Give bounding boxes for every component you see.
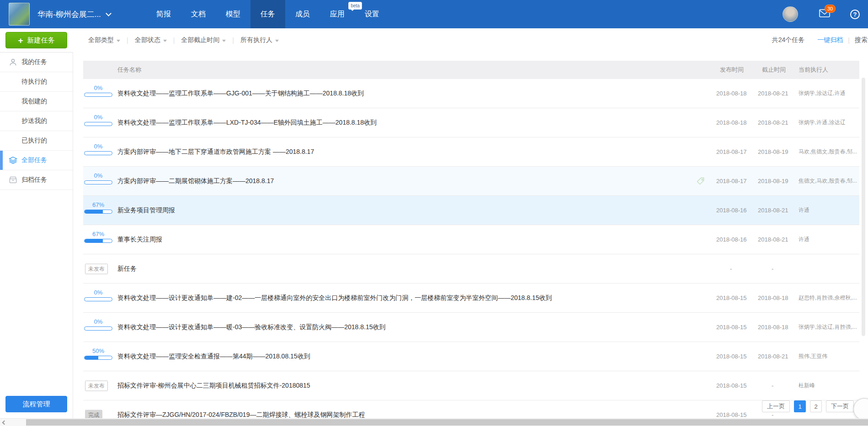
toolbar: + 新建任务 全部类型|全部状态|全部截止时间|所有执行人 共24个任务 一键归… [0, 28, 868, 52]
task-name[interactable]: 方案内部评审——二期展馆砌体施工方案——2018.8.17 [117, 167, 274, 195]
task-row[interactable]: 0%资料收文处理——设计更改通知单——建-02——一层楼梯通向室外的安全出口为楼… [83, 284, 859, 313]
filter-label: 全部状态 [135, 36, 160, 44]
task-status-cell: 0% [84, 79, 112, 108]
task-status-cell: 0% [84, 108, 112, 137]
task-name[interactable]: 新任务 [117, 254, 137, 283]
nav-item-简报[interactable]: 简报 [146, 0, 181, 28]
filter-label: 全部截止时间 [181, 36, 219, 44]
filter-dropdown-全部状态[interactable]: 全部状态 [135, 36, 167, 44]
progress-percent: 0% [84, 172, 112, 179]
task-row[interactable]: 0%方案内部评审——地下二层下穿通道市政管网施工方案 ——2018.8.1720… [83, 137, 859, 167]
publish-time: 2018-08-16 [716, 225, 755, 254]
task-row[interactable]: 未发布新任务-- [83, 254, 859, 284]
process-management-button[interactable]: 流程管理 [5, 396, 67, 412]
project-title[interactable]: 华南-柳州会展二... [37, 9, 101, 20]
sidebar-item-已执行的[interactable]: 已执行的 [0, 131, 73, 151]
sidebar-item-待执行的[interactable]: 待执行的 [0, 72, 73, 92]
tag-icon [696, 177, 705, 188]
current-executor: 熊伟,王亚伟 [799, 342, 858, 371]
filter-dropdown-全部截止时间[interactable]: 全部截止时间 [181, 36, 226, 44]
deadline-time: 2018-08-21 [758, 108, 797, 137]
progress-bar [84, 122, 112, 126]
sidebar-item-label: 已执行的 [21, 137, 47, 145]
task-row[interactable]: 67%新业务项目管理周报2018-08-162018-08-21许通 [83, 196, 859, 225]
top-navigation-bar: 华南-柳州会展二... 简报文档模型任务成员应用beta设置 30 ? [0, 0, 868, 28]
help-button[interactable]: ? [850, 10, 860, 19]
task-row[interactable]: 50%资料收文处理——监理安全检查通报——第44期——2018.08.15收到2… [83, 342, 859, 371]
table-body: 0%资料收文处理——监理工作联系单——GJG-001——关于钢结构施工——201… [83, 79, 859, 426]
horizontal-scrollbar-thumb[interactable] [26, 419, 868, 426]
task-name[interactable]: 资料收文处理——设计更改通知单——建-02——一层楼梯通向室外的安全出口为楼梯前… [117, 284, 552, 312]
header-task-name: 任务名称 [117, 66, 141, 74]
scroll-left-arrow-icon[interactable] [2, 421, 7, 425]
avatar[interactable] [783, 6, 798, 22]
task-status-cell: 0% [84, 137, 112, 166]
table-header: 任务名称 发布时间 截止时间 当前执行人 [83, 61, 859, 79]
plus-icon: + [18, 36, 23, 45]
task-name[interactable]: 资料收文处理——监理工作联系单——LXD-TJ-034——E轴外回填土施工——2… [117, 108, 377, 137]
task-row[interactable]: 67%董事长关注周报2018-08-162018-08-21许通 [83, 225, 859, 254]
messages-button[interactable]: 30 [819, 9, 830, 19]
prev-page-button[interactable]: 上一页 [762, 400, 790, 412]
nav-item-模型[interactable]: 模型 [216, 0, 250, 28]
archive-all-link[interactable]: 一键归档 [817, 36, 843, 44]
task-name[interactable]: 方案内部评审——地下二层下穿通道市政管网施工方案 ——2018.8.17 [117, 137, 314, 166]
nav-item-任务[interactable]: 任务 [250, 0, 285, 28]
nav-item-文档[interactable]: 文档 [181, 0, 216, 28]
sidebar: 我的任务待执行的我创建的抄送我的已执行的全部任务归档任务 流程管理 [0, 28, 73, 426]
progress-bar [84, 93, 112, 97]
horizontal-scrollbar[interactable] [0, 418, 868, 426]
progress-bar-fill [85, 239, 103, 242]
current-executor: 焦德文,马欢,殷贵春,邹... [799, 167, 858, 195]
progress-bar [84, 151, 112, 155]
current-executor: 张炳学,许通,涂达辽 [799, 108, 858, 137]
search-link[interactable]: 搜索 [855, 36, 868, 44]
new-task-button[interactable]: + 新建任务 [5, 32, 67, 48]
status-badge: 未发布 [85, 263, 108, 274]
progress-percent: 0% [84, 289, 112, 296]
task-name[interactable]: 资料收文处理——设计更改通知单——暖-03——验收标准改变、设置防火阀——201… [117, 313, 386, 342]
sidebar-item-全部任务[interactable]: 全部任务 [0, 151, 73, 170]
task-status-cell: 67% [84, 225, 112, 254]
task-row[interactable]: 0%资料收文处理——监理工作联系单——LXD-TJ-034——E轴外回填土施工—… [83, 108, 859, 137]
deadline-time: 2018-08-18 [758, 284, 797, 312]
task-name[interactable]: 招标文件评审-柳州会展中心二三期项目机械租赁招标文件-20180815 [117, 371, 310, 400]
sidebar-item-我创建的[interactable]: 我创建的 [0, 92, 73, 111]
deadline-time: 2018-08-21 [758, 342, 797, 371]
task-status-cell: 50% [84, 342, 112, 371]
task-row[interactable]: 0%资料收文处理——设计更改通知单——暖-03——验收标准改变、设置防火阀——2… [83, 313, 859, 342]
status-badge: 未发布 [85, 380, 108, 391]
task-status-cell: 未发布 [84, 371, 112, 400]
task-name[interactable]: 资料收文处理——监理安全检查通报——第44期——2018.08.15收到 [117, 342, 310, 371]
filter-dropdown-所有执行人[interactable]: 所有执行人 [240, 36, 279, 44]
deadline-time: 2018-08-18 [758, 313, 797, 342]
nav-item-成员[interactable]: 成员 [285, 0, 320, 28]
sidebar-item-label: 抄送我的 [21, 117, 47, 125]
sidebar-list: 我的任务待执行的我创建的抄送我的已执行的全部任务归档任务 [0, 52, 73, 190]
task-name[interactable]: 董事长关注周报 [117, 225, 162, 254]
sidebar-item-我的任务[interactable]: 我的任务 [0, 53, 73, 72]
chevron-down-icon[interactable] [106, 11, 112, 16]
task-row[interactable]: 0%方案内部评审——二期展馆砌体施工方案——2018.8.172018-08-1… [83, 167, 859, 196]
task-row[interactable]: 未发布招标文件评审-柳州会展中心二三期项目机械租赁招标文件-2018081520… [83, 371, 859, 400]
sidebar-item-抄送我的[interactable]: 抄送我的 [0, 111, 73, 131]
layers-icon [9, 156, 17, 165]
page-button-1[interactable]: 1 [794, 400, 806, 412]
deadline-time: 2018-08-21 [758, 79, 797, 108]
publish-time: 2018-08-17 [716, 137, 755, 166]
pagination: 上一页12下一页 [758, 400, 854, 412]
task-name[interactable]: 新业务项目管理周报 [117, 196, 175, 225]
task-row[interactable]: 0%资料收文处理——监理工作联系单——GJG-001——关于钢结构施工——201… [83, 79, 859, 108]
publish-time: 2018-08-18 [716, 79, 755, 108]
filter-dropdown-全部类型[interactable]: 全部类型 [88, 36, 120, 44]
task-name[interactable]: 资料收文处理——监理工作联系单——GJG-001——关于钢结构施工——2018.… [117, 79, 364, 108]
deadline-time: 2018-08-19 [758, 137, 797, 166]
nav-item-应用[interactable]: 应用beta [320, 0, 355, 28]
current-executor: 马欢,焦德文,殷贵春,邹... [799, 137, 858, 166]
page-button-2[interactable]: 2 [810, 400, 822, 412]
task-status-cell: 67% [84, 196, 112, 225]
next-page-button[interactable]: 下一页 [826, 400, 854, 412]
nav-item-设置[interactable]: 设置 [355, 0, 389, 28]
sidebar-item-归档任务[interactable]: 归档任务 [0, 170, 73, 190]
vertical-scrollbar[interactable] [862, 78, 865, 336]
